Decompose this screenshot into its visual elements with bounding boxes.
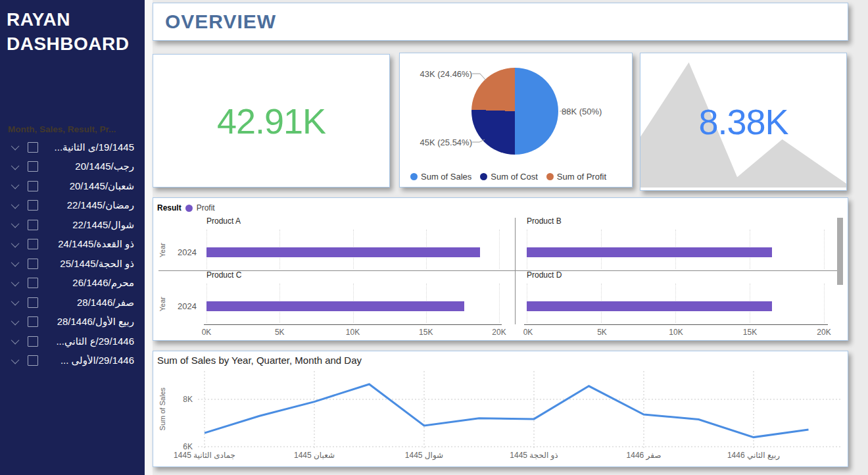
chevron-down-icon[interactable] (11, 278, 20, 286)
slicer-checkbox[interactable] (28, 239, 38, 249)
slicer-item[interactable]: 28/1446/صفر (0, 293, 145, 312)
slicer-item[interactable]: 25/1445/ذو الحجة (0, 254, 145, 274)
slicer-item[interactable]: ...ع الثاني/29/1446 (0, 332, 145, 351)
chevron-down-icon[interactable] (11, 142, 20, 151)
bar-chart-panel[interactable]: Result Profit Product AProduct BProduct … (153, 197, 848, 341)
slicer-checkbox[interactable] (28, 316, 38, 327)
slicer-item[interactable]: 22/1445/شوال (0, 215, 145, 235)
x-tick-label: 15K (743, 328, 757, 337)
legend-item[interactable]: Sum of Sales (410, 172, 471, 182)
page-title: OVERVIEW (153, 11, 276, 33)
bar-cell-product-b (527, 230, 824, 269)
chevron-down-icon[interactable] (11, 181, 20, 189)
pie-chart-card[interactable]: 88K (50%) 45K (25.54%) 43K (24.46%) Sum … (399, 53, 633, 188)
slicer-checkbox[interactable] (28, 200, 38, 211)
x-tick-label: 10K (346, 328, 360, 337)
gridline (499, 230, 500, 269)
sidebar: RAYAN DASHBOARD Month, Sales, Result, Pr… (0, 0, 145, 475)
slicer-item-label[interactable]: 24/1445/ذو القعدة (45, 238, 134, 250)
chevron-down-icon[interactable] (11, 200, 20, 209)
pie-label-cost: 45K (25.54%) (418, 138, 472, 147)
line-chart-panel[interactable]: Sum of Sales by Year, Quarter, Month and… (153, 351, 848, 467)
profit-kpi-card[interactable]: 42.91K (153, 54, 390, 188)
slicer-checkbox[interactable] (28, 181, 38, 191)
profit-bar[interactable] (527, 301, 772, 311)
chevron-down-icon[interactable] (11, 316, 20, 325)
legend-dot-icon (546, 173, 554, 180)
legend-item[interactable]: Sum of Profit (546, 172, 606, 182)
profit-bar[interactable] (527, 247, 772, 257)
slicer-checkbox[interactable] (28, 355, 38, 366)
x-tick-label: 0K (523, 328, 533, 337)
small-multiple-title: Product C (206, 270, 241, 280)
slicer-item[interactable]: ... الأولى/29/1446 (0, 351, 145, 371)
bar-chart-scrollbar-thumb[interactable] (837, 218, 843, 285)
y-axis-title: Year (158, 243, 166, 257)
chevron-down-icon[interactable] (11, 355, 20, 364)
gridline (499, 284, 500, 323)
column-divider (515, 218, 516, 324)
x-tick-label: شوال 1445 (405, 451, 443, 460)
slicer-item-label[interactable]: 20/1445/شعبان (45, 180, 134, 192)
chevron-down-icon[interactable] (11, 336, 20, 345)
x-tick-label: 0K (202, 328, 212, 337)
slicer-item-label[interactable]: 28/1446/صفر (45, 297, 134, 309)
slicer-item[interactable]: 20/1445/رجب (0, 157, 145, 177)
small-multiple-title: Product D (527, 270, 562, 280)
slicer-item-label[interactable]: ...ى الثانية/19/1445 (45, 141, 134, 153)
sales-kpi-value: 8.38K (698, 101, 788, 142)
bar-cell-product-c (206, 284, 499, 323)
profit-bar[interactable] (206, 301, 464, 311)
bar-chart-legend: Result Profit (157, 203, 215, 213)
profit-bar[interactable] (206, 247, 480, 257)
slicer-item-label[interactable]: 26/1446/محرم (45, 277, 134, 289)
sales-kpi-card[interactable]: 8.38K (640, 53, 847, 191)
legend-label: Sum of Sales (421, 172, 471, 182)
slicer-item-label[interactable]: 25/1445/ذو الحجة (45, 258, 134, 270)
slicer-item-label[interactable]: ...ع الثاني/29/1446 (45, 336, 134, 347)
slicer-item-label[interactable]: 20/1445/رجب (45, 161, 134, 172)
legend-label: Sum of Profit (557, 172, 606, 182)
x-tick-label: شعبان 1445 (294, 451, 335, 460)
slicer-item-label[interactable]: 28/1446/ربيع الأول (45, 316, 134, 328)
slicer-item[interactable]: 20/1445/شعبان (0, 176, 145, 196)
x-axis-right (524, 324, 828, 325)
y-axis-category: 2024 (170, 247, 197, 257)
bar-cell-product-d (527, 284, 824, 323)
chevron-down-icon[interactable] (11, 161, 20, 170)
slicer-checkbox[interactable] (28, 297, 38, 308)
bar-cell-product-a (206, 230, 499, 269)
slicer-item[interactable]: 24/1445/ذو القعدة (0, 235, 145, 255)
pie-legend: Sum of SalesSum of CostSum of Profit (410, 172, 629, 182)
canvas-strip (145, 0, 153, 475)
pie-label-sales: 88K (50%) (562, 107, 602, 116)
x-tick-label: جمادى الثانية 1445 (174, 451, 235, 460)
slicer-item[interactable]: 26/1446/محرم (0, 274, 145, 293)
legend-label: Sum of Cost (491, 172, 538, 182)
legend-item[interactable]: Sum of Cost (480, 172, 538, 182)
slicer-item[interactable]: 22/1445/رمضان (0, 196, 145, 216)
x-axis-left (204, 324, 502, 325)
slicer-checkbox[interactable] (28, 220, 38, 230)
slicer-item-label[interactable]: 22/1445/شوال (45, 219, 134, 231)
slicer-item[interactable]: 28/1446/ربيع الأول (0, 312, 145, 332)
slicer-item-label[interactable]: 22/1445/رمضان (45, 199, 134, 211)
chevron-down-icon[interactable] (11, 297, 20, 306)
slicer-checkbox[interactable] (28, 278, 38, 288)
sales-line-series[interactable] (205, 384, 809, 438)
bar-legend-series[interactable]: Profit (197, 203, 215, 213)
gridline (824, 284, 825, 323)
chevron-down-icon[interactable] (11, 239, 20, 247)
x-tick-label: 5K (597, 328, 607, 337)
chevron-down-icon[interactable] (11, 259, 20, 267)
slicer-item[interactable]: ...ى الثانية/19/1445 (0, 138, 145, 157)
slicer-item-label[interactable]: ... الأولى/29/1446 (45, 355, 134, 366)
slicer-checkbox[interactable] (28, 336, 38, 347)
small-multiple-title: Product A (206, 216, 241, 226)
x-tick-label: ذو الحجة 1445 (510, 451, 558, 460)
slicer-checkbox[interactable] (28, 161, 38, 172)
chevron-down-icon[interactable] (11, 220, 20, 228)
slicer-checkbox[interactable] (28, 142, 38, 153)
row-divider (158, 270, 837, 271)
slicer-checkbox[interactable] (28, 259, 38, 269)
